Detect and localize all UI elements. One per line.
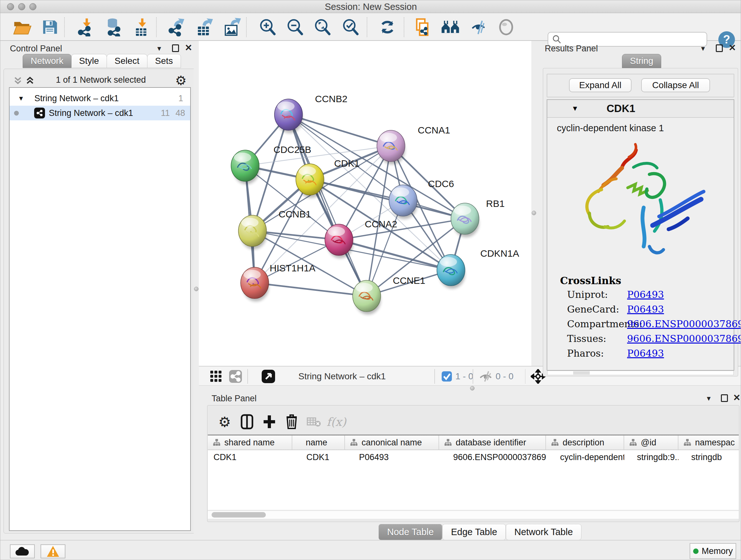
clone-network-icon[interactable] xyxy=(412,17,433,37)
column-header[interactable]: database identifier xyxy=(439,435,546,450)
column-header[interactable]: description xyxy=(546,435,624,450)
selected-checkbox-icon[interactable] xyxy=(441,371,452,382)
results-panel-close-button[interactable]: ✕ xyxy=(729,43,736,53)
node-label: CDC6 xyxy=(428,179,454,189)
birdseye-view-icon[interactable] xyxy=(495,17,517,37)
tab-string[interactable]: String xyxy=(622,54,661,68)
network-collection-row[interactable]: ▼ String Network – cdk1 1 xyxy=(10,91,190,106)
network-edge[interactable] xyxy=(255,146,391,283)
expand-all-button[interactable]: Expand All xyxy=(569,78,631,92)
crosslink-link[interactable]: 9606.ENSP00000378699 xyxy=(627,333,741,344)
tab-network-table[interactable]: Network Table xyxy=(506,524,582,540)
network-edge[interactable] xyxy=(339,219,465,240)
network-selection-status: 1 of 1 Network selected xyxy=(42,75,160,85)
crosslink-link[interactable]: P06493 xyxy=(627,289,664,300)
zoom-in-icon[interactable] xyxy=(258,17,279,37)
network-node-rb1[interactable] xyxy=(451,203,479,237)
import-table-icon[interactable] xyxy=(131,17,152,37)
table-panel-float-button[interactable]: ▼ xyxy=(705,395,712,402)
hide-panels-icon[interactable] xyxy=(468,17,489,37)
zoom-out-icon[interactable] xyxy=(285,17,306,37)
network-node-ccnb2[interactable] xyxy=(274,99,302,133)
table-row[interactable]: CDK1 CDK1 P06493 9606.ENSP00000378699 cy… xyxy=(208,450,739,464)
gene-collapse-caret-icon[interactable]: ▼ xyxy=(571,105,579,113)
network-node-ccnb1[interactable] xyxy=(239,215,266,249)
right-splitter[interactable] xyxy=(531,41,536,366)
column-header[interactable]: name xyxy=(292,435,345,450)
network-node-ccne1[interactable] xyxy=(353,280,381,314)
table-horizontal-scrollbar[interactable] xyxy=(208,510,739,519)
warnings-button[interactable] xyxy=(41,544,65,558)
zoom-selected-icon[interactable] xyxy=(340,17,361,37)
tab-network[interactable]: Network xyxy=(23,54,71,68)
delete-column-trash-icon[interactable] xyxy=(280,414,303,430)
show-columns-icon[interactable] xyxy=(236,414,258,429)
tab-style[interactable]: Style xyxy=(71,54,107,68)
title-bar: Session: New Session xyxy=(0,0,741,13)
column-header[interactable]: shared name xyxy=(208,435,292,450)
function-builder-icon[interactable]: f(x) xyxy=(325,415,347,428)
network-node-ccna1[interactable] xyxy=(377,130,405,165)
crosslink-link[interactable]: P06493 xyxy=(627,348,664,359)
network-node-hist1h1a[interactable] xyxy=(241,267,269,301)
delete-table-icon[interactable] xyxy=(303,416,325,428)
network-node-cdc6[interactable] xyxy=(389,185,417,219)
column-header[interactable]: canonical name xyxy=(345,435,439,450)
grid-view-icon[interactable] xyxy=(210,369,222,384)
hidden-count: 0 - 0 xyxy=(495,371,514,381)
save-session-icon[interactable] xyxy=(39,17,60,37)
control-panel-undock-button[interactable] xyxy=(172,44,179,52)
left-splitter[interactable] xyxy=(194,41,199,539)
cloud-status-button[interactable] xyxy=(10,544,35,558)
zoom-fit-icon[interactable] xyxy=(313,17,333,37)
horizontal-splitter[interactable] xyxy=(199,386,741,390)
table-panel-close-button[interactable]: ✕ xyxy=(733,392,740,403)
network-edge[interactable] xyxy=(288,115,391,146)
results-panel-undock-button[interactable] xyxy=(716,44,723,52)
network-node-ccna2[interactable] xyxy=(325,224,353,258)
network-node-cdk1[interactable] xyxy=(296,164,324,198)
hidden-eye-icon[interactable] xyxy=(479,371,492,382)
birdseye-toggle-icon[interactable] xyxy=(261,369,275,384)
open-session-icon[interactable] xyxy=(12,17,33,37)
network-hierarchy-icon[interactable] xyxy=(440,17,461,37)
network-view-canvas[interactable]: CCNB2CCNA1CDC25BCDK1CDC6RB1CCNB1CCNA2CDK… xyxy=(199,41,531,366)
collapse-all-chevron-icon[interactable] xyxy=(13,76,23,86)
crosslink-link[interactable]: 9606.ENSP00000378699 xyxy=(627,318,741,329)
tab-select[interactable]: Select xyxy=(107,54,147,68)
tab-sets[interactable]: Sets xyxy=(147,54,181,68)
network-edge[interactable] xyxy=(255,283,367,296)
network-node-cdc25b[interactable] xyxy=(231,150,259,184)
column-header[interactable]: namespac xyxy=(678,435,739,450)
collection-count: 1 xyxy=(179,94,183,104)
control-panel-float-button[interactable]: ▼ xyxy=(156,45,162,52)
export-network-icon[interactable] xyxy=(166,17,187,37)
results-panel-scrollbar[interactable] xyxy=(547,371,734,375)
node-label: CCNE1 xyxy=(393,275,425,286)
tab-edge-table[interactable]: Edge Table xyxy=(442,524,506,540)
export-image-icon[interactable] xyxy=(221,17,242,37)
tab-node-table[interactable]: Node Table xyxy=(379,524,442,540)
collection-expand-caret-icon[interactable]: ▼ xyxy=(18,95,24,102)
memory-button[interactable]: Memory xyxy=(690,543,736,559)
refresh-layout-icon[interactable] xyxy=(377,17,398,37)
collapse-all-button[interactable]: Collapse All xyxy=(641,78,710,92)
expand-all-chevron-icon[interactable] xyxy=(25,76,35,86)
network-options-gear-icon[interactable]: ⚙ xyxy=(175,73,187,88)
column-header[interactable]: @id xyxy=(624,435,678,450)
export-table-icon[interactable] xyxy=(194,17,215,37)
crosslink-link[interactable]: P06493 xyxy=(627,304,664,315)
import-network-from-database-icon[interactable] xyxy=(103,17,124,37)
network-row[interactable]: String Network – cdk1 11 48 xyxy=(10,106,190,120)
import-network-icon[interactable] xyxy=(76,17,97,37)
table-settings-gear-icon[interactable]: ⚙ xyxy=(213,414,236,430)
control-panel-close-button[interactable]: ✕ xyxy=(185,43,192,53)
add-column-icon[interactable] xyxy=(258,414,280,429)
network-edge[interactable] xyxy=(339,240,451,270)
table-panel-undock-button[interactable] xyxy=(721,394,728,402)
results-panel-float-button[interactable]: ▼ xyxy=(700,45,706,52)
network-view-type-icon[interactable] xyxy=(229,369,242,384)
gene-card-header[interactable]: ▼ CDK1 xyxy=(547,100,734,118)
network-node-cdkn1a[interactable] xyxy=(437,254,465,289)
protein-structure-image xyxy=(554,137,729,271)
